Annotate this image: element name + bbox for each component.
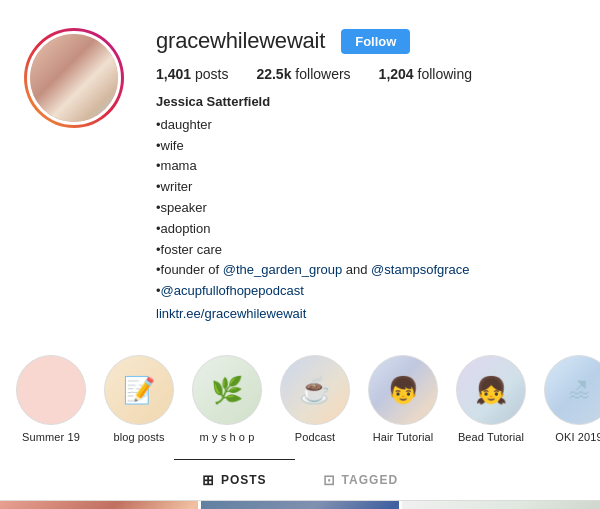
tab-posts-label: POSTS [221,473,267,487]
posts-label: posts [195,66,228,82]
bio-url-link[interactable]: linktr.ee/gracewhilewewait [156,304,576,325]
highlight-summer19[interactable]: Summer 19 [16,355,86,443]
highlight-bead[interactable]: 👧 Bead Tutorial [456,355,526,443]
avatar-photo [30,34,118,122]
photo-grid [0,501,600,509]
avatar-ring[interactable] [24,28,124,128]
followers-stat: 22.5k followers [256,66,350,82]
highlight-blogposts[interactable]: 📝 blog posts [104,355,174,443]
following-count: 1,204 [379,66,414,82]
highlight-circle-blogposts: 📝 [104,355,174,425]
link-stamps-of-grace[interactable]: @stampsofgrace [371,262,469,277]
bio-line-7: •foster care [156,240,576,261]
bio-line-8: •founder of @the_garden_group and @stamp… [156,260,576,281]
blog-emoji: 📝 [123,377,155,403]
hair-emoji: 👦 [387,377,419,403]
highlight-myshop[interactable]: 🌿 m y s h o p [192,355,262,443]
podcast-emoji: ☕ [299,377,331,403]
followers-label: followers [295,66,350,82]
highlight-circle-oki: 🏖 [544,355,600,425]
bio-line-6: •adoption [156,219,576,240]
photo-image-2 [201,501,399,509]
highlight-circle-bead: 👧 [456,355,526,425]
username-row: gracewhilewewait Follow [156,28,576,54]
highlight-circle-hair: 👦 [368,355,438,425]
photo-image-3 [402,501,600,509]
following-label: following [418,66,472,82]
stats-row: 1,401 posts 22.5k followers 1,204 follow… [156,66,576,82]
bio-section: Jessica Satterfield •daughter •wife •mam… [156,92,576,325]
highlight-oki[interactable]: 🏖 OKI 2019 [544,355,600,443]
bio-line-1: •daughter [156,115,576,136]
highlight-label-hair: Hair Tutorial [373,431,434,443]
posts-icon: ⊞ [202,472,215,488]
bio-line-5: •speaker [156,198,576,219]
highlight-circle-summer19 [16,355,86,425]
highlight-circle-myshop: 🌿 [192,355,262,425]
bio-line-3: •mama [156,156,576,177]
tabs-row: ⊞ POSTS ⊡ TAGGED [0,459,600,501]
bio-line-4: •writer [156,177,576,198]
myshop-emoji: 🌿 [211,377,243,403]
highlights-section: Summer 19 📝 blog posts 🌿 m y s h o p ☕ P… [0,345,600,459]
tab-tagged-label: TAGGED [342,473,398,487]
link-podcast[interactable]: @acupfullofhopepodcast [161,283,304,298]
tagged-icon: ⊡ [323,472,336,488]
grid-photo-2[interactable] [201,501,399,509]
highlight-label-blogposts: blog posts [113,431,164,443]
highlight-label-bead: Bead Tutorial [458,431,524,443]
bead-emoji: 👧 [475,377,507,403]
following-stat: 1,204 following [379,66,472,82]
highlight-label-summer19: Summer 19 [22,431,80,443]
profile-section: gracewhilewewait Follow 1,401 posts 22.5… [0,0,600,345]
bio-line-2: •wife [156,136,576,157]
posts-stat: 1,401 posts [156,66,228,82]
followers-count: 22.5k [256,66,291,82]
posts-count: 1,401 [156,66,191,82]
highlight-label-oki: OKI 2019 [555,431,600,443]
follow-button[interactable]: Follow [341,29,410,54]
oki-icon: 🏖 [568,377,590,403]
photo-image-1 [0,501,198,509]
link-garden-group[interactable]: @the_garden_group [223,262,342,277]
highlight-circle-podcast: ☕ [280,355,350,425]
profile-info: gracewhilewewait Follow 1,401 posts 22.5… [156,28,576,325]
bio-line-9: •@acupfullofhopepodcast [156,281,576,302]
avatar [27,31,121,125]
tab-tagged[interactable]: ⊡ TAGGED [295,459,426,500]
bio-name: Jessica Satterfield [156,92,576,113]
tab-posts[interactable]: ⊞ POSTS [174,459,295,500]
highlight-label-podcast: Podcast [295,431,335,443]
highlight-label-myshop: m y s h o p [200,431,255,443]
grid-photo-1[interactable] [0,501,198,509]
highlight-hair[interactable]: 👦 Hair Tutorial [368,355,438,443]
highlight-podcast[interactable]: ☕ Podcast [280,355,350,443]
grid-photo-3[interactable] [402,501,600,509]
username: gracewhilewewait [156,28,325,54]
